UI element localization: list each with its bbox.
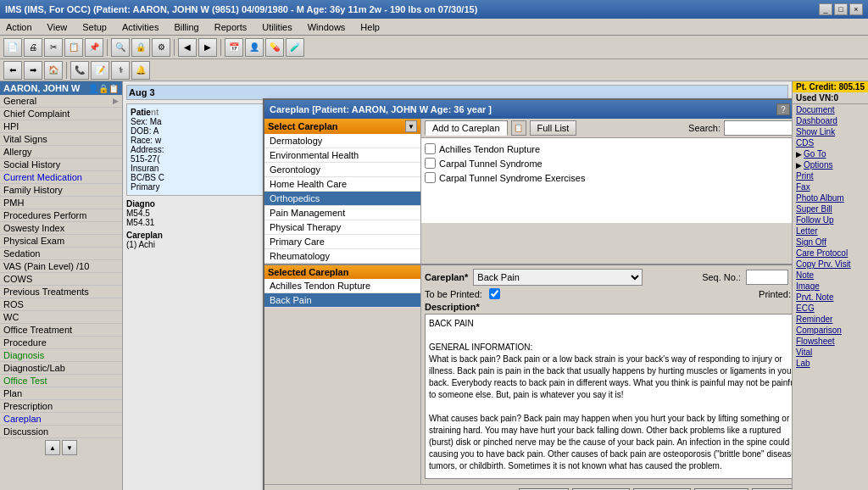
nav-down-button[interactable]: ▼ xyxy=(62,440,77,455)
link-follow-up[interactable]: Follow Up xyxy=(793,214,868,226)
link-prvt-note[interactable]: Prvt. Note xyxy=(793,292,868,303)
link-dashboard[interactable]: Dashboard xyxy=(793,115,868,126)
link-note[interactable]: Note xyxy=(793,270,868,281)
link-sign-off[interactable]: Sign Off xyxy=(793,237,868,248)
toolbar2-btn-7[interactable]: 🔔 xyxy=(131,61,150,80)
sidebar-item-prescription[interactable]: Prescription xyxy=(0,400,122,413)
sidebar-item-office-test[interactable]: Office Test xyxy=(0,375,122,387)
toolbar-btn-5[interactable]: 📌 xyxy=(85,38,103,57)
careplan-item-primary-care[interactable]: Primary Care xyxy=(264,235,420,249)
toolbar2-btn-3[interactable]: 🏠 xyxy=(44,61,63,80)
checkbox-achilles[interactable] xyxy=(425,143,436,154)
sidebar-item-diagnostic-lab[interactable]: Diagnostic/Lab xyxy=(0,362,122,375)
restore-button[interactable]: □ xyxy=(834,3,848,15)
toolbar2-btn-4[interactable]: 📞 xyxy=(70,61,89,80)
careplan-item-pain-management[interactable]: Pain Management xyxy=(264,206,420,220)
tab-add-to-careplan[interactable]: Add to Careplan xyxy=(425,120,508,136)
link-vital[interactable]: Vital xyxy=(793,347,868,358)
seq-input[interactable] xyxy=(746,270,788,285)
sidebar-item-vital-signs[interactable]: Vital Signs xyxy=(0,133,122,146)
menu-utilities[interactable]: Utilities xyxy=(259,22,294,32)
careplan-item-gerontology[interactable]: Gerontology xyxy=(264,163,420,177)
link-care-protocol[interactable]: Care Protocol xyxy=(793,248,868,259)
sidebar-item-sedation[interactable]: Sedation xyxy=(0,248,122,260)
link-photo-album[interactable]: Photo Album xyxy=(793,192,868,203)
sidebar-item-general[interactable]: General ▶ xyxy=(0,95,122,108)
sidebar-item-procedures-perform[interactable]: Procedures Perform xyxy=(0,209,122,222)
toolbar-btn-11[interactable]: 📅 xyxy=(225,38,243,57)
toolbar-btn-8[interactable]: ⚙ xyxy=(152,38,170,57)
link-cds[interactable]: CDS xyxy=(793,137,868,148)
careplan-item-home-health-care[interactable]: Home Health Care xyxy=(264,177,420,192)
link-ecg[interactable]: ECG xyxy=(793,303,868,314)
careplan-item-environmental-health[interactable]: Environmental Health xyxy=(264,148,420,163)
sidebar-item-discussion[interactable]: Discussion xyxy=(0,426,122,438)
sidebar-item-social-history[interactable]: Social History xyxy=(0,159,122,171)
link-show-link[interactable]: Show Link xyxy=(793,126,868,137)
link-print[interactable]: Print xyxy=(793,170,868,181)
sidebar-item-plan[interactable]: Plan xyxy=(0,387,122,400)
toolbar-btn-4[interactable]: 📋 xyxy=(64,38,83,57)
nav-up-button[interactable]: ▲ xyxy=(45,440,60,455)
sidebar-item-pmh[interactable]: PMH xyxy=(0,197,122,209)
sidebar-item-current-medication[interactable]: Current Medication xyxy=(0,171,122,184)
link-flowsheet[interactable]: Flowsheet xyxy=(793,336,868,347)
sidebar-item-wc[interactable]: WC xyxy=(0,311,122,324)
close-button[interactable]: × xyxy=(849,3,863,15)
toolbar-btn-7[interactable]: 🔒 xyxy=(131,38,150,57)
link-letter[interactable]: Letter xyxy=(793,226,868,237)
modal-help-button[interactable]: ? xyxy=(776,103,790,115)
toolbar-btn-2[interactable]: 🖨 xyxy=(24,38,42,57)
careplan-select[interactable]: Back Pain xyxy=(473,269,643,286)
sidebar-item-procedure[interactable]: Procedure xyxy=(0,337,122,349)
sidebar-item-oswesty-index[interactable]: Oswesty Index xyxy=(0,222,122,235)
menu-windows[interactable]: Windows xyxy=(305,22,348,32)
sidebar-item-vas[interactable]: VAS (Pain Level) /10 xyxy=(0,260,122,273)
sidebar-item-office-treatment[interactable]: Office Treatment xyxy=(0,324,122,337)
sidebar-item-cows[interactable]: COWS xyxy=(0,273,122,286)
tab-icon-button[interactable]: 📋 xyxy=(511,120,526,136)
menu-setup[interactable]: Setup xyxy=(80,22,109,32)
sidebar-item-hpi[interactable]: HPI xyxy=(0,120,122,133)
careplan-item-physical-therapy[interactable]: Physical Therapy xyxy=(264,220,420,235)
careplan-item-orthopedics[interactable]: Orthopedics xyxy=(264,192,420,206)
checkbox-carpal[interactable] xyxy=(425,158,436,169)
menu-billing[interactable]: Billing xyxy=(171,22,201,32)
sidebar-item-allergy[interactable]: Allergy xyxy=(0,146,122,159)
description-textarea[interactable]: BACK PAIN GENERAL INFORMATION: What is b… xyxy=(425,314,792,479)
checkbox-carpal-exercises[interactable] xyxy=(425,172,436,183)
toolbar-btn-3[interactable]: ✂ xyxy=(44,38,63,57)
selected-item-achilles[interactable]: Achilles Tendon Rupture xyxy=(264,279,420,293)
sidebar-item-family-history[interactable]: Family History xyxy=(0,184,122,197)
link-reminder[interactable]: Reminder xyxy=(793,314,868,325)
panel-scroll-icon[interactable]: ▼ xyxy=(405,120,417,132)
toolbar-btn-1[interactable]: 📄 xyxy=(3,38,22,57)
menu-action[interactable]: Action xyxy=(3,22,35,32)
minimize-button[interactable]: _ xyxy=(819,3,832,15)
link-goto[interactable]: Go To xyxy=(804,149,826,159)
menu-reports[interactable]: Reports xyxy=(212,22,250,32)
toolbar-btn-13[interactable]: 💊 xyxy=(265,38,284,57)
link-image[interactable]: Image xyxy=(793,281,868,292)
menu-activities[interactable]: Activities xyxy=(120,22,161,32)
link-super-bill[interactable]: Super Bill xyxy=(793,203,868,214)
toolbar2-btn-1[interactable]: ⬅ xyxy=(3,61,22,80)
link-comparison[interactable]: Comparison xyxy=(793,325,868,336)
sidebar-item-physical-exam[interactable]: Physical Exam xyxy=(0,235,122,248)
careplan-item-rheumatology[interactable]: Rheumatology xyxy=(264,249,420,264)
toolbar-btn-6[interactable]: 🔍 xyxy=(111,38,130,57)
sidebar-item-diagnosis[interactable]: Diagnosis xyxy=(0,349,122,362)
search-input[interactable] xyxy=(724,120,792,136)
link-document[interactable]: Document xyxy=(793,104,868,115)
toolbar-btn-10[interactable]: ▶ xyxy=(198,38,217,57)
toolbar2-btn-2[interactable]: ➡ xyxy=(24,61,42,80)
selected-item-back-pain[interactable]: Back Pain xyxy=(264,293,420,308)
sidebar-item-ros[interactable]: ROS xyxy=(0,298,122,311)
menu-view[interactable]: View xyxy=(45,22,70,32)
sidebar-item-chief-complaint[interactable]: Chief Complaint xyxy=(0,108,122,120)
link-lab[interactable]: Lab xyxy=(793,358,868,369)
sidebar-item-careplan[interactable]: Careplan xyxy=(0,413,122,426)
toolbar-btn-12[interactable]: 👤 xyxy=(245,38,264,57)
link-copy-prv-visit[interactable]: Copy Prv. Visit xyxy=(793,259,868,270)
link-fax[interactable]: Fax xyxy=(793,181,868,192)
